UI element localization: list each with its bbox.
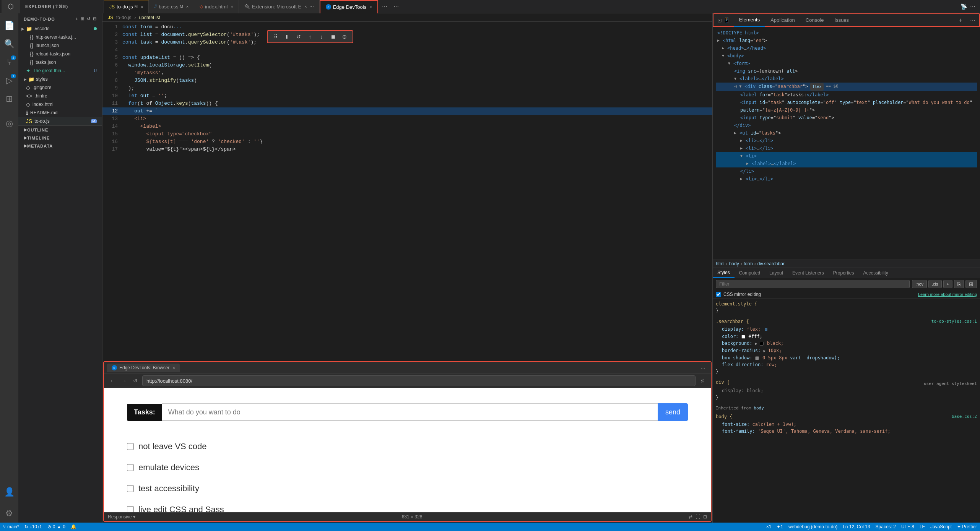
- tab-close-index-html[interactable]: ×: [231, 4, 233, 9]
- status-spaces[interactable]: Spaces: 2: [876, 524, 896, 529]
- devtools-add-tab[interactable]: +: [955, 17, 966, 24]
- sidebar-item-tasks[interactable]: {} tasks.json: [18, 58, 102, 67]
- css-tab-layout[interactable]: Layout: [765, 268, 788, 278]
- inherited-body-link[interactable]: body: [754, 406, 764, 411]
- code-editor[interactable]: 1 const form = docu... 2 const list = do…: [102, 22, 712, 360]
- metadata-toggle[interactable]: ▶ METADATA: [18, 142, 102, 150]
- activity-settings[interactable]: ⚙: [0, 504, 18, 523]
- swap-icon[interactable]: ⇄: [689, 514, 692, 520]
- status-star[interactable]: ✦1: [777, 524, 783, 529]
- sidebar-item-reload[interactable]: {} reload-tasks.json: [18, 50, 102, 58]
- add-css-btn[interactable]: +: [943, 280, 952, 288]
- tree-div-close[interactable]: </div>: [716, 122, 977, 129]
- tab-edge-devtools[interactable]: e Edge DevTools ×: [320, 0, 378, 13]
- debug-pause-btn[interactable]: ⏸: [283, 32, 291, 41]
- hov-filter-btn[interactable]: :hov: [912, 280, 927, 288]
- status-debug-session[interactable]: webdebug (demo-to-do): [788, 524, 837, 529]
- status-language[interactable]: JavaScript: [930, 524, 952, 529]
- new-file-icon[interactable]: +: [76, 16, 78, 21]
- debug-stop-btn[interactable]: ⏹: [329, 32, 337, 41]
- browser-tab-more[interactable]: ⋯: [698, 365, 708, 371]
- devtools-tab-issues[interactable]: Issues: [829, 13, 855, 27]
- todo-input[interactable]: [162, 403, 658, 421]
- tree-input-submit[interactable]: <input type =" submit " value =" send ">: [716, 114, 977, 122]
- sidebar-item-index[interactable]: ◇ index.html: [18, 100, 102, 109]
- css-source-body[interactable]: base.css:2: [952, 413, 977, 420]
- tab-overflow-btn[interactable]: ⋯: [380, 3, 390, 10]
- sidebar-item-http-server[interactable]: {} http-server-tasks.j...: [18, 33, 102, 41]
- bc-form[interactable]: form: [744, 261, 753, 266]
- broadcast-icon[interactable]: 📡: [960, 3, 967, 10]
- todo-checkbox-2[interactable]: [127, 485, 134, 492]
- browser-tab-devtools[interactable]: e Edge DevTools: Browser ×: [107, 364, 180, 372]
- debug-stop-circle-btn[interactable]: ⊙: [340, 32, 349, 41]
- bc-body[interactable]: body: [729, 261, 739, 266]
- tree-input-pattern[interactable]: pattern =" [a-z|A-Z|0-9| ]+ ">: [716, 106, 977, 114]
- tree-label-for-task[interactable]: <label for =" task "> Tasks: </label>: [716, 91, 977, 99]
- css-tab-event-listeners[interactable]: Event Listeners: [788, 268, 829, 278]
- debug-move-btn[interactable]: ⠿: [271, 32, 280, 41]
- outline-toggle[interactable]: ▶ OUTLINE: [18, 126, 102, 134]
- tab-more-btn[interactable]: ⋯: [391, 3, 401, 10]
- more-icon[interactable]: ⋯: [970, 3, 975, 10]
- devtools-tab-application[interactable]: Application: [765, 13, 800, 27]
- tab-close-base-css[interactable]: ×: [186, 4, 189, 9]
- inspect-icon[interactable]: ⊡: [717, 17, 722, 23]
- activity-explorer[interactable]: 📄: [0, 16, 18, 35]
- devtools-tab-console[interactable]: Console: [800, 13, 829, 27]
- sidebar-item-hintrc[interactable]: <> .hintrc: [18, 92, 102, 100]
- forward-btn[interactable]: →: [119, 376, 128, 385]
- status-notifications[interactable]: 🔔: [71, 524, 76, 529]
- devtools-more-btn[interactable]: ⋯: [966, 17, 979, 23]
- tree-label-li3[interactable]: ▶ <label> … </label>: [716, 160, 977, 167]
- status-formatter[interactable]: ✦ Prettier: [957, 524, 977, 529]
- tab-close-ext[interactable]: ×: [304, 4, 307, 9]
- copy-css-btn[interactable]: ⎘: [954, 280, 964, 288]
- tab-extension[interactable]: 🔌 Extension: Microsoft E × ⋯: [239, 0, 320, 13]
- tab-base-css[interactable]: # base.css M ×: [149, 0, 194, 13]
- css-tab-computed[interactable]: Computed: [735, 268, 765, 278]
- sidebar-item-vscode[interactable]: ▶ 📁 .vscode: [18, 24, 102, 33]
- tree-li-1[interactable]: ▶ <li> … </li>: [716, 137, 977, 145]
- back-btn[interactable]: ←: [108, 376, 117, 385]
- status-git-branch[interactable]: ⑂ main*: [3, 524, 19, 529]
- tab-close-to-do-js[interactable]: ×: [141, 5, 143, 9]
- css-tab-properties[interactable]: Properties: [829, 268, 859, 278]
- new-folder-icon[interactable]: ⊞: [81, 16, 85, 21]
- activity-extensions[interactable]: ⊞: [0, 90, 18, 108]
- sidebar-item-styles[interactable]: ▶ 📁 styles: [18, 75, 102, 83]
- responsive-label[interactable]: Responsive ▾: [108, 514, 135, 520]
- css-source-searchbar[interactable]: to-do-styles.css:1: [931, 318, 977, 325]
- tree-div-searchbar[interactable]: ⊲ ▼ <div class =" searchbar "> flex == $…: [716, 83, 977, 91]
- tab-to-do-js[interactable]: JS to-do.js M ×: [104, 0, 149, 13]
- activity-account[interactable]: 👤: [0, 483, 18, 501]
- todo-checkbox-3[interactable]: [127, 506, 134, 512]
- refresh-btn[interactable]: ↺: [131, 376, 140, 385]
- mirror-checkbox[interactable]: [716, 292, 721, 297]
- debug-restart-btn[interactable]: ↺: [294, 32, 303, 41]
- status-multiply[interactable]: ×1: [766, 524, 772, 529]
- tree-li-4[interactable]: ▶ <li> … </li>: [716, 175, 977, 183]
- url-bar[interactable]: [142, 375, 696, 386]
- tab-index-html[interactable]: ◇ index.html ×: [194, 0, 239, 13]
- sidebar-item-readme[interactable]: ℹ README.md: [18, 109, 102, 117]
- tree-head[interactable]: ▶ <head> … </head>: [716, 44, 977, 52]
- tree-img[interactable]: <img src =(unknown) alt >: [716, 67, 977, 75]
- css-tab-accessibility[interactable]: Accessibility: [859, 268, 893, 278]
- tree-li-close[interactable]: </li>: [716, 167, 977, 175]
- tree-ul-tasks[interactable]: ▶ <ul id =" tasks ">: [716, 129, 977, 137]
- tab-close-devtools[interactable]: ×: [369, 5, 372, 9]
- bg-expand-arrow[interactable]: ▶: [755, 341, 760, 346]
- debug-step-down-btn[interactable]: ↓: [317, 32, 326, 41]
- debug-step-up-btn[interactable]: ↑: [306, 32, 314, 41]
- status-eol[interactable]: LF: [920, 524, 925, 529]
- bc-div-searchbar[interactable]: div.searchbar: [757, 261, 785, 266]
- todo-send-btn[interactable]: send: [658, 403, 688, 421]
- tree-input-text[interactable]: <input id =" task " autocomplete =" off …: [716, 99, 977, 106]
- bc-html[interactable]: html: [716, 261, 725, 266]
- browser-mirror-btn[interactable]: ⎘: [698, 376, 707, 385]
- todo-checkbox-0[interactable]: [127, 443, 134, 450]
- shadow-swatch[interactable]: [755, 356, 759, 360]
- collapse-all-icon[interactable]: ⊟: [93, 16, 97, 21]
- devtools-node-pin[interactable]: ⊲: [734, 83, 737, 90]
